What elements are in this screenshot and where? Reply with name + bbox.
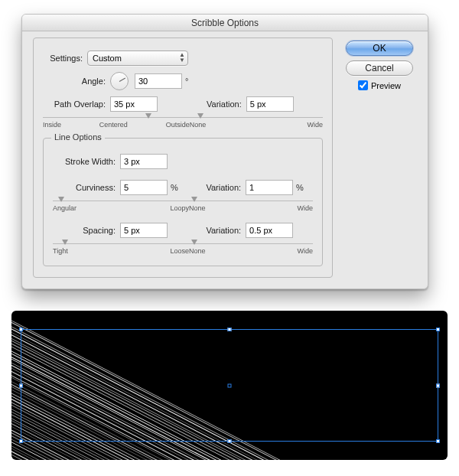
ok-button[interactable]: OK	[346, 41, 413, 56]
stroke-width-input[interactable]	[120, 154, 168, 169]
angle-dial-hand	[119, 78, 125, 82]
slider-min-label: None	[190, 121, 207, 129]
settings-select[interactable]: Custom	[87, 51, 188, 66]
line-options-panel: Line Options Stroke Width: Curviness: %	[43, 138, 323, 266]
scribble-options-dialog: Scribble Options Settings: Custom ▲▼ Ang…	[21, 14, 428, 289]
slider-min-label: None	[189, 204, 206, 212]
preview-label: Preview	[371, 81, 401, 90]
curviness-unit: %	[171, 183, 178, 192]
slider-thumb-icon	[197, 113, 203, 119]
slider-mid-label: Centered	[99, 121, 128, 129]
dialog-title: Scribble Options	[22, 15, 428, 31]
spacing-input[interactable]	[120, 223, 168, 238]
center-handle-icon[interactable]	[228, 383, 232, 387]
spacing-slider[interactable]	[53, 241, 189, 247]
curviness-slider[interactable]	[53, 198, 189, 204]
spacing-label: Spacing:	[53, 226, 120, 235]
cv-variation-label: Variation:	[200, 183, 246, 192]
slider-max-label: Wide	[297, 204, 313, 212]
slider-max-label: Outside	[166, 121, 190, 129]
slider-thumb-icon	[145, 113, 151, 119]
handle-icon[interactable]	[436, 383, 440, 387]
selection-rect[interactable]	[21, 329, 438, 442]
path-overlap-slider[interactable]	[43, 115, 190, 121]
angle-label: Angle:	[43, 77, 110, 86]
slider-max-label: Loose	[171, 247, 190, 255]
handle-icon[interactable]	[228, 439, 232, 443]
handle-icon[interactable]	[436, 328, 440, 331]
po-variation-slider[interactable]	[190, 115, 323, 121]
main-panel: Settings: Custom ▲▼ Angle: °	[33, 37, 333, 278]
sp-variation-label: Variation:	[200, 226, 246, 235]
handle-icon[interactable]	[228, 328, 232, 331]
slider-max-label: Loopy	[171, 204, 190, 212]
cancel-button[interactable]: Cancel	[346, 60, 413, 76]
slider-max-label: Wide	[297, 247, 313, 255]
cv-variation-unit: %	[296, 183, 304, 192]
angle-input[interactable]	[135, 73, 182, 89]
slider-min-label: Angular	[53, 204, 76, 212]
settings-label: Settings:	[43, 54, 87, 63]
cv-variation-input[interactable]	[246, 180, 293, 195]
curviness-label: Curviness:	[53, 183, 120, 192]
handle-icon[interactable]	[436, 439, 440, 443]
handle-icon[interactable]	[19, 383, 23, 387]
curviness-input[interactable]	[120, 180, 168, 195]
slider-min-label: Inside	[43, 121, 61, 129]
slider-min-label: None	[189, 247, 206, 255]
po-variation-input[interactable]	[246, 96, 294, 112]
sp-variation-input[interactable]	[246, 223, 293, 238]
handle-icon[interactable]	[19, 328, 23, 331]
angle-unit: °	[185, 77, 188, 86]
slider-thumb-icon	[191, 197, 197, 202]
cv-variation-slider[interactable]	[189, 198, 313, 204]
slider-thumb-icon	[62, 240, 68, 245]
po-variation-label: Variation:	[200, 99, 246, 109]
sp-variation-slider[interactable]	[189, 241, 313, 247]
stroke-width-label: Stroke Width:	[53, 157, 120, 166]
handle-icon[interactable]	[19, 439, 23, 443]
angle-dial[interactable]	[110, 72, 129, 90]
line-options-legend: Line Options	[51, 132, 105, 142]
slider-min-label: Tight	[53, 247, 68, 255]
path-overlap-input[interactable]	[110, 96, 158, 112]
preview-checkbox[interactable]	[358, 80, 368, 90]
slider-thumb-icon	[191, 240, 197, 245]
slider-max-label: Wide	[307, 121, 323, 129]
slider-thumb-icon	[58, 197, 64, 202]
scribble-preview	[11, 311, 448, 460]
path-overlap-label: Path Overlap:	[43, 99, 110, 109]
